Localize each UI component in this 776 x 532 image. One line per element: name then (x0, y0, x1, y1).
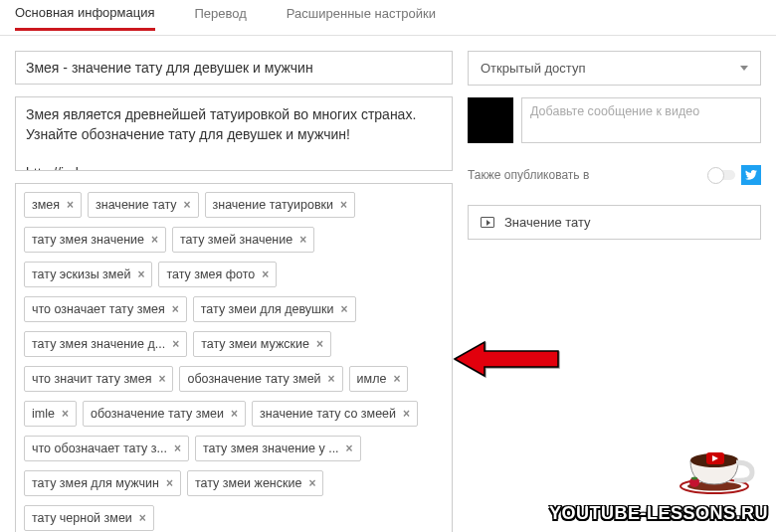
tag-remove-icon[interactable]: × (299, 233, 306, 247)
tag-chip[interactable]: тату эскизы змей× (24, 262, 152, 287)
tag-label: обозначение тату змеи (91, 407, 224, 421)
tag-remove-icon[interactable]: × (62, 407, 69, 421)
tag-chip[interactable]: что обозначает тату з...× (24, 436, 189, 461)
tag-chip[interactable]: тату змеи для девушки× (193, 296, 356, 322)
tag-label: что обозначает тату з... (32, 442, 167, 455)
tag-chip[interactable]: что значит тату змея× (24, 366, 173, 392)
tag-label: тату змеи мужские (201, 337, 309, 351)
tag-chip[interactable]: значение татуировки× (205, 192, 355, 218)
tags-input[interactable]: змея×значение тату×значение татуировки×т… (15, 183, 453, 532)
tag-label: тату змеи женские (195, 476, 301, 490)
tag-remove-icon[interactable]: × (328, 372, 335, 386)
tag-chip[interactable]: значение тату× (88, 192, 198, 218)
tab-translate[interactable]: Перевод (195, 6, 247, 29)
tag-remove-icon[interactable]: × (341, 302, 348, 316)
tag-remove-icon[interactable]: × (174, 442, 181, 455)
tag-label: тату змея значение у ... (203, 442, 339, 455)
tag-chip[interactable]: обозначение тату змеи× (83, 401, 246, 427)
tag-label: тату эскизы змей (32, 267, 130, 281)
tag-remove-icon[interactable]: × (403, 407, 410, 421)
tag-remove-icon[interactable]: × (139, 511, 146, 525)
tag-label: обозначение тату змей (187, 372, 320, 386)
tag-chip[interactable]: что означает тату змея× (24, 296, 187, 322)
tag-label: тату черной змеи (32, 511, 132, 525)
tag-chip[interactable]: тату змея значение д...× (24, 331, 187, 357)
tabs-bar: Основная информация Перевод Расширенные … (0, 0, 776, 36)
tag-label: тату змея для мужчин (32, 476, 159, 490)
tag-remove-icon[interactable]: × (231, 407, 238, 421)
tag-chip[interactable]: тату змея значение у ...× (195, 436, 361, 461)
tag-chip[interactable]: тату черной змеи× (24, 505, 154, 531)
tag-remove-icon[interactable]: × (316, 337, 323, 351)
tag-chip[interactable]: имле× (349, 366, 409, 392)
tag-remove-icon[interactable]: × (346, 442, 353, 455)
tag-remove-icon[interactable]: × (172, 337, 179, 351)
tag-label: тату змеи для девушки (201, 302, 334, 316)
tag-remove-icon[interactable]: × (67, 198, 74, 212)
video-thumbnail (468, 97, 513, 143)
tag-remove-icon[interactable]: × (172, 302, 179, 316)
tab-basic[interactable]: Основная информация (15, 5, 155, 31)
privacy-label: Открытый доступ (481, 61, 585, 76)
tag-label: что значит тату змея (32, 372, 151, 386)
tag-chip[interactable]: значение тату со змеей× (252, 401, 418, 427)
description-input[interactable]: Змея является древнейшей татуировкой во … (15, 96, 453, 171)
tag-chip[interactable]: тату змея для мужчин× (24, 470, 181, 496)
tag-chip[interactable]: обозначение тату змей× (179, 366, 342, 392)
card-label: Значение тату (504, 215, 591, 230)
tag-label: тату змея значение д... (32, 337, 165, 351)
tag-remove-icon[interactable]: × (137, 267, 144, 281)
privacy-dropdown[interactable]: Открытый доступ (468, 51, 761, 86)
share-toggle[interactable] (709, 170, 735, 180)
tag-label: значение тату со змеей (260, 407, 396, 421)
tag-chip[interactable]: тату змея значение× (24, 227, 166, 253)
chevron-down-icon (740, 66, 748, 71)
tag-remove-icon[interactable]: × (151, 233, 158, 247)
title-input[interactable] (15, 51, 453, 85)
tag-label: imle (32, 407, 55, 421)
tag-label: тату змея значение (32, 233, 144, 247)
twitter-icon[interactable] (741, 165, 761, 185)
tag-remove-icon[interactable]: × (158, 372, 165, 386)
tag-label: змея (32, 198, 60, 212)
tag-chip[interactable]: тату змеи мужские× (193, 331, 331, 357)
tag-remove-icon[interactable]: × (262, 267, 269, 281)
tag-label: тату змей значение (180, 233, 292, 247)
tag-chip[interactable]: тату змей значение× (172, 227, 314, 253)
video-card-icon (481, 217, 494, 228)
tab-advanced[interactable]: Расширенные настройки (287, 6, 436, 29)
end-screen-card[interactable]: Значение тату (468, 205, 761, 240)
tag-remove-icon[interactable]: × (166, 476, 173, 490)
tag-chip[interactable]: змея× (24, 192, 82, 218)
tag-remove-icon[interactable]: × (308, 476, 315, 490)
tag-chip[interactable]: imle× (24, 401, 77, 427)
tag-remove-icon[interactable]: × (340, 198, 347, 212)
tag-label: что означает тату змея (32, 302, 165, 316)
share-label: Также опубликовать в (468, 168, 589, 182)
tag-label: тату змея фото (166, 267, 255, 281)
tag-remove-icon[interactable]: × (184, 198, 191, 212)
tag-label: значение татуировки (213, 198, 333, 212)
watermark-text: YOUTUBE-LESSONS.RU (549, 503, 768, 524)
tag-label: значение тату (96, 198, 176, 212)
tag-chip[interactable]: тату змеи женские× (187, 470, 323, 496)
share-message-input[interactable]: Добавьте сообщение к видео (521, 97, 761, 143)
tag-remove-icon[interactable]: × (393, 372, 400, 386)
tag-label: имле (357, 372, 387, 386)
tag-chip[interactable]: тату змея фото× (158, 262, 277, 287)
